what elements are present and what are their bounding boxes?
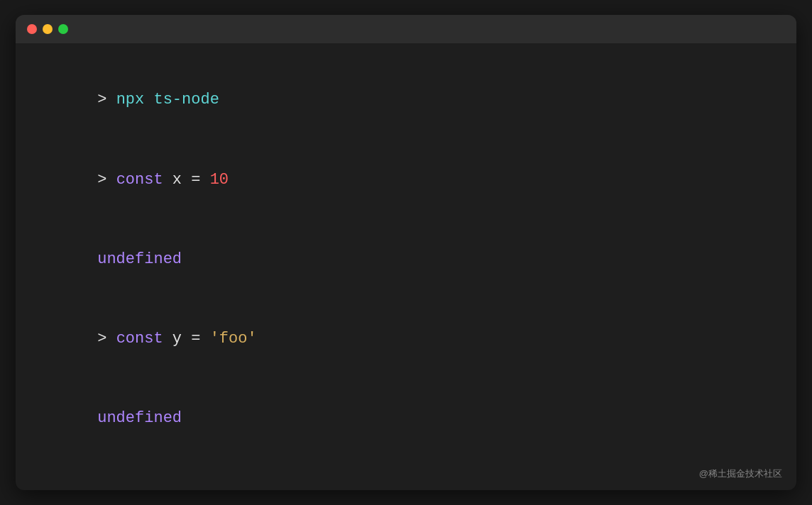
maximize-button[interactable] bbox=[58, 24, 68, 34]
undefined-output-1: undefined bbox=[97, 250, 182, 268]
terminal-body: > npx ts-node > const x = 10 undefined >… bbox=[16, 43, 796, 490]
minimize-button[interactable] bbox=[43, 24, 53, 34]
line-1: > npx ts-node bbox=[41, 60, 771, 140]
line-5: undefined bbox=[41, 379, 771, 458]
line-2: > const x = 10 bbox=[41, 140, 771, 219]
line-6: > function add(x: number, y: number) { r… bbox=[41, 458, 771, 490]
cmd-npx: npx ts-node bbox=[116, 91, 219, 109]
line-4: > const y = 'foo' bbox=[41, 299, 771, 379]
close-button[interactable] bbox=[27, 24, 37, 34]
watermark: @稀土掘金技术社区 bbox=[699, 467, 782, 480]
line-3: undefined bbox=[41, 219, 771, 299]
undefined-output-2: undefined bbox=[97, 409, 182, 427]
title-bar bbox=[16, 15, 796, 43]
terminal-window: > npx ts-node > const x = 10 undefined >… bbox=[16, 15, 796, 490]
prompt-1: > bbox=[97, 91, 116, 109]
